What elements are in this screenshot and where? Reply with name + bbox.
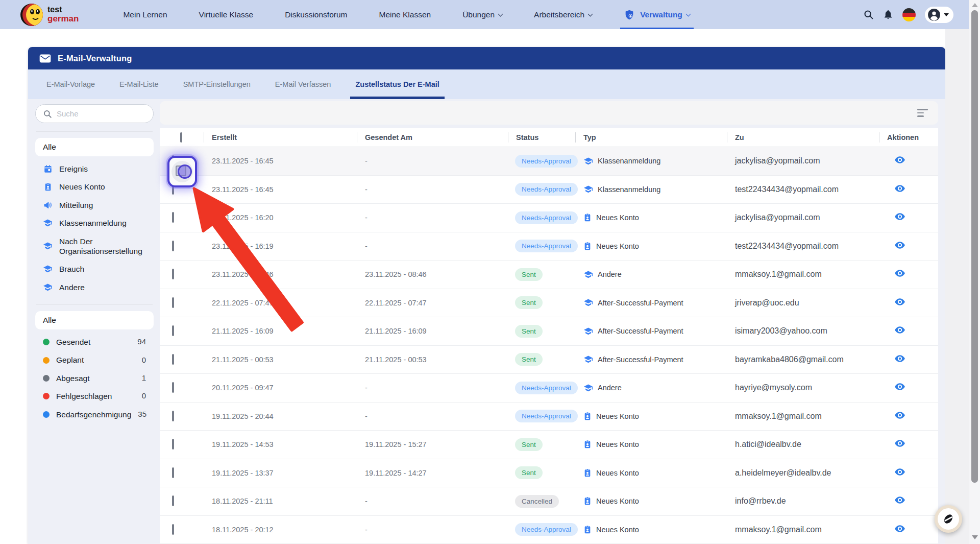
language-flag-german-icon[interactable] — [902, 8, 916, 21]
cell-gesendet-am: 22.11.2025 - 07:47 — [357, 299, 508, 307]
graduation-cap-icon — [583, 270, 593, 279]
status-badge: Needs-Approval — [515, 410, 578, 422]
search-icon[interactable] — [863, 9, 874, 20]
nav-item-mein-lernen[interactable]: Mein Lernen — [107, 0, 183, 29]
status-dot-icon — [43, 393, 50, 399]
logo-text: test german — [47, 6, 79, 23]
search-box — [35, 104, 154, 123]
nav-item-label: Virtuelle Klasse — [199, 10, 254, 19]
column-header-erstellt: Erstellt — [204, 133, 357, 141]
status-badge: Sent — [515, 438, 543, 451]
view-eye-icon[interactable] — [894, 524, 905, 533]
cell-typ: Andere — [575, 270, 727, 279]
scrollbar-thumb[interactable] — [971, 10, 978, 483]
sort-icon[interactable] — [917, 109, 928, 117]
nav-item-verwaltung[interactable]: Verwaltung — [608, 0, 706, 29]
type-filter-alle[interactable]: Alle — [35, 138, 154, 156]
table-row: 22.11.2025 - 07:4722.11.2025 - 07:47Sent… — [160, 289, 938, 318]
type-filter-brauch[interactable]: Brauch — [35, 260, 154, 278]
account-menu[interactable] — [925, 7, 953, 23]
tab-zustellstatus-der-e-mail[interactable]: Zustellstatus Der E-Mail — [343, 69, 451, 99]
typ-label: Andere — [598, 270, 622, 278]
type-filter-ereignis[interactable]: Ereignis — [35, 160, 154, 178]
table-row: 23.11.2025 - 16:45-Needs-ApprovalKlassen… — [160, 147, 938, 176]
click-highlight-checkbox[interactable] — [167, 156, 197, 187]
type-filter-mitteilung[interactable]: Mitteilung — [35, 196, 154, 214]
typ-label: Neues Konto — [596, 469, 639, 477]
tab-e-mail-verfassen[interactable]: E-Mail Verfassen — [263, 69, 344, 99]
nav-item-diskussionsforum[interactable]: Diskussionsforum — [269, 0, 363, 29]
view-eye-icon[interactable] — [894, 325, 905, 335]
view-eye-icon[interactable] — [894, 184, 905, 193]
view-eye-icon[interactable] — [894, 382, 905, 391]
status-filter-abgesagt[interactable]: Abgesagt1 — [35, 369, 154, 387]
view-eye-icon[interactable] — [894, 297, 905, 306]
cell-typ: After-Successful-Payment — [575, 298, 727, 307]
status-filter-alle[interactable]: Alle — [35, 311, 154, 329]
filter-label: Neues Konto — [59, 182, 105, 192]
notifications-bell-icon[interactable] — [883, 9, 893, 20]
row-checkbox[interactable] — [172, 411, 174, 421]
type-filter-klassenanmeldung[interactable]: Klassenanmeldung — [35, 214, 154, 232]
nav-item-label: Diskussionsforum — [285, 10, 347, 19]
table-row: 23.11.2025 - 08:4623.11.2025 - 08:46Sent… — [160, 261, 938, 289]
floating-brand-button[interactable] — [935, 505, 962, 533]
view-eye-icon[interactable] — [894, 411, 905, 420]
nav-item-virtuelle-klasse[interactable]: Virtuelle Klasse — [183, 0, 270, 29]
page-scrollbar[interactable] — [969, 0, 980, 544]
scroll-down-arrow-icon[interactable] — [972, 535, 978, 539]
logo-smiley-icon — [20, 4, 43, 26]
row-checkbox[interactable] — [172, 212, 174, 223]
delivery-status-table-panel: ErstelltGesendet AmStatusTypZuAktionen 2… — [160, 101, 938, 544]
type-filter-nach-der-organisationserstellung[interactable]: Nach Der Organisationserstellung — [35, 232, 154, 261]
status-filter-gesendet[interactable]: Gesendet94 — [35, 333, 154, 351]
tab-e-mail-vorlage[interactable]: E-Mail-Vorlage — [34, 69, 107, 99]
scroll-up-arrow-icon[interactable] — [972, 3, 978, 7]
cell-typ: Neues Konto — [575, 242, 727, 251]
row-checkbox[interactable] — [172, 269, 174, 279]
view-eye-icon[interactable] — [894, 269, 905, 278]
status-dot-icon — [43, 357, 50, 364]
table-row: 20.11.2025 - 09:47-Needs-ApprovalAndereh… — [160, 374, 938, 403]
nav-item--bungen[interactable]: Übungen — [447, 0, 518, 29]
view-eye-icon[interactable] — [894, 495, 905, 505]
status-filter-geplant[interactable]: Geplant0 — [35, 351, 154, 369]
row-checkbox[interactable] — [172, 495, 174, 506]
id-badge-icon — [583, 440, 592, 449]
cell-gesendet-am: 19.11.2025 - 14:27 — [357, 469, 508, 477]
row-checkbox[interactable] — [172, 467, 174, 478]
column-header-aktionen: Aktionen — [879, 133, 938, 141]
tab-smtp-einstellungen[interactable]: SMTP-Einstellungen — [171, 69, 263, 99]
search-input[interactable] — [57, 109, 146, 118]
view-eye-icon[interactable] — [894, 439, 905, 448]
view-eye-icon[interactable] — [894, 241, 905, 250]
type-filter-neues-konto[interactable]: Neues Konto — [35, 178, 154, 196]
row-checkbox[interactable] — [172, 297, 174, 308]
brand-bean-icon — [942, 512, 955, 526]
status-badge: Sent — [515, 466, 543, 479]
filter-label: Fehlgeschlagen — [56, 391, 112, 401]
view-eye-icon[interactable] — [894, 354, 905, 363]
row-checkbox[interactable] — [172, 354, 174, 365]
nav-item-meine-klassen[interactable]: Meine Klassen — [363, 0, 447, 29]
table-row: 21.11.2025 - 16:0921.11.2025 - 16:09Sent… — [160, 317, 938, 346]
status-filter-fehlgeschlagen[interactable]: Fehlgeschlagen0 — [35, 387, 154, 405]
view-eye-icon[interactable] — [894, 467, 905, 477]
select-all-checkbox[interactable] — [180, 132, 182, 143]
row-checkbox[interactable] — [172, 325, 174, 336]
row-checkbox[interactable] — [172, 382, 174, 393]
status-filter-bedarfsgenehmigung[interactable]: Bedarfsgenehmigung35 — [35, 406, 154, 423]
row-checkbox[interactable] — [172, 241, 174, 251]
view-eye-icon[interactable] — [894, 155, 905, 164]
cell-typ: Neues Konto — [575, 213, 727, 222]
filter-label: Andere — [59, 282, 85, 292]
row-checkbox[interactable] — [172, 439, 174, 450]
filter-label: Mitteilung — [59, 200, 93, 210]
tab-e-mail-liste[interactable]: E-Mail-Liste — [107, 69, 171, 99]
row-checkbox[interactable] — [172, 524, 174, 535]
cell-erstellt: 19.11.2025 - 13:37 — [204, 469, 357, 477]
type-filter-andere[interactable]: Andere — [35, 278, 154, 296]
brand-logo[interactable]: test german — [20, 4, 79, 26]
nav-item-arbeitsbereich[interactable]: Arbeitsbereich — [518, 0, 608, 29]
view-eye-icon[interactable] — [894, 212, 905, 221]
